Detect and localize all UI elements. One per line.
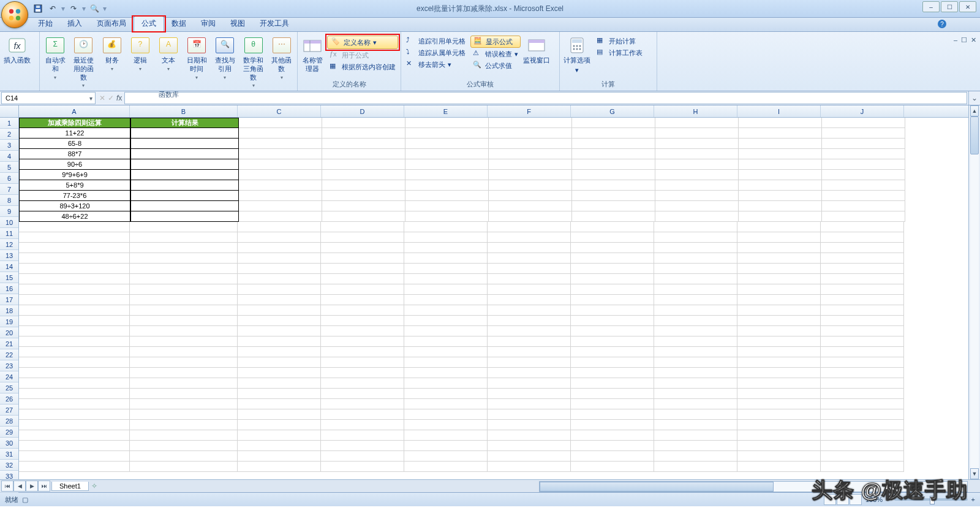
cell-E28[interactable] — [404, 399, 488, 409]
cell-H32[interactable] — [654, 441, 737, 451]
cell-I16[interactable] — [737, 274, 821, 284]
remove-arrows-button[interactable]: ✕移去箭头 ▾ — [404, 59, 468, 70]
cell-H16[interactable] — [654, 274, 737, 284]
print-preview-icon[interactable]: 🔍 — [88, 2, 100, 15]
cell-E31[interactable] — [404, 430, 488, 441]
row-hdr-8[interactable]: 8 — [0, 195, 18, 206]
cell-G31[interactable] — [571, 430, 654, 441]
cell-C17[interactable] — [238, 284, 321, 295]
cell-F10[interactable] — [489, 211, 572, 222]
cell-B11[interactable] — [130, 222, 238, 232]
row-hdr-27[interactable]: 27 — [0, 405, 18, 416]
cell-E30[interactable] — [404, 420, 488, 430]
use-in-formula-button[interactable]: ƒx用于公式 — [327, 50, 398, 61]
cell-D13[interactable] — [321, 243, 404, 253]
calculation-options-button[interactable]: 计算选项 ▾ — [562, 36, 592, 75]
cell-A32[interactable] — [19, 441, 130, 451]
doc-minimize-button[interactable]: – — [954, 36, 957, 44]
col-hdr-F[interactable]: F — [488, 105, 571, 117]
cell-H13[interactable] — [654, 243, 737, 253]
page-layout-view-icon[interactable] — [837, 494, 849, 505]
tab-视图[interactable]: 视图 — [223, 17, 252, 31]
row-hdr-9[interactable]: 9 — [0, 206, 18, 217]
cell-D34[interactable] — [321, 462, 404, 472]
cell-J1[interactable] — [822, 118, 905, 128]
cell-F13[interactable] — [488, 243, 571, 253]
name-box[interactable]: C14 — [1, 92, 96, 104]
cell-A26[interactable] — [19, 378, 130, 389]
cell-G33[interactable] — [571, 451, 654, 462]
cell-D5[interactable] — [322, 159, 405, 170]
cell-F18[interactable] — [488, 295, 571, 305]
cell-J6[interactable] — [822, 170, 905, 180]
cell-B23[interactable] — [130, 347, 238, 357]
cell-E16[interactable] — [404, 274, 488, 284]
col-hdr-C[interactable]: C — [238, 105, 321, 117]
cell-I9[interactable] — [739, 201, 822, 211]
cell-G20[interactable] — [571, 316, 654, 326]
cell-C14[interactable] — [238, 253, 321, 264]
cell-A22[interactable] — [19, 336, 130, 347]
cell-E11[interactable] — [404, 222, 488, 232]
maximize-button[interactable]: ☐ — [941, 1, 958, 12]
cell-A29[interactable] — [19, 409, 130, 420]
cell-I28[interactable] — [737, 399, 821, 409]
cell-G4[interactable] — [572, 149, 655, 159]
cell-G9[interactable] — [572, 201, 655, 211]
cell-G3[interactable] — [572, 139, 655, 149]
cell-I5[interactable] — [739, 159, 822, 170]
cell-D17[interactable] — [321, 284, 404, 295]
cell-A19[interactable] — [19, 305, 130, 316]
cell-H18[interactable] — [654, 295, 737, 305]
cell-I27[interactable] — [737, 389, 821, 399]
cell-I25[interactable] — [737, 368, 821, 378]
show-formulas-button[interactable]: 🧮显示公式 — [470, 36, 521, 48]
cell-C27[interactable] — [238, 389, 321, 399]
cell-A16[interactable] — [19, 274, 130, 284]
cell-C23[interactable] — [238, 347, 321, 357]
macro-record-icon[interactable]: ▢ — [22, 496, 28, 503]
help-icon[interactable]: ? — [938, 20, 946, 28]
row-hdr-10[interactable]: 10 — [0, 217, 18, 228]
cell-C5[interactable] — [239, 159, 322, 170]
cell-D33[interactable] — [321, 451, 404, 462]
cell-B26[interactable] — [130, 378, 238, 389]
cell-A33[interactable] — [19, 451, 130, 462]
cell-C19[interactable] — [238, 305, 321, 316]
row-hdr-25[interactable]: 25 — [0, 382, 18, 393]
cell-G10[interactable] — [572, 211, 655, 222]
cell-F3[interactable] — [489, 139, 572, 149]
cell-B12[interactable] — [130, 232, 238, 243]
row-hdr-1[interactable]: 1 — [0, 118, 18, 129]
cell-H5[interactable] — [655, 159, 739, 170]
cell-D23[interactable] — [321, 347, 404, 357]
cell-I31[interactable] — [737, 430, 821, 441]
cell-I32[interactable] — [737, 441, 821, 451]
cell-C32[interactable] — [238, 441, 321, 451]
cell-H22[interactable] — [654, 336, 737, 347]
insert-function-button[interactable]: fx 插入函数 — [2, 36, 32, 65]
cell-H24[interactable] — [654, 357, 737, 368]
cell-C2[interactable] — [239, 128, 322, 139]
lib-btn-3[interactable]: ?逻辑▾ — [127, 36, 153, 72]
lib-btn-7[interactable]: θ数学和三角函数▾ — [241, 36, 266, 89]
cell-C7[interactable] — [239, 180, 322, 191]
cell-E9[interactable] — [405, 201, 489, 211]
cell-B9[interactable] — [130, 201, 239, 211]
cell-F11[interactable] — [488, 222, 571, 232]
cell-A11[interactable] — [19, 222, 130, 232]
cell-C24[interactable] — [238, 357, 321, 368]
cell-F32[interactable] — [488, 441, 571, 451]
cell-A4[interactable]: 88*7 — [19, 149, 130, 159]
cell-E27[interactable] — [404, 389, 488, 399]
vscroll-thumb[interactable] — [970, 116, 979, 154]
cell-D24[interactable] — [321, 357, 404, 368]
cell-J33[interactable] — [821, 451, 904, 462]
row-hdr-19[interactable]: 19 — [0, 316, 18, 327]
row-hdr-26[interactable]: 26 — [0, 393, 18, 405]
cell-B28[interactable] — [130, 399, 238, 409]
lib-btn-4[interactable]: A文本▾ — [156, 36, 181, 72]
zoom-in-icon[interactable]: + — [971, 496, 975, 503]
cell-B2[interactable] — [130, 128, 239, 139]
row-hdr-11[interactable]: 11 — [0, 228, 18, 239]
